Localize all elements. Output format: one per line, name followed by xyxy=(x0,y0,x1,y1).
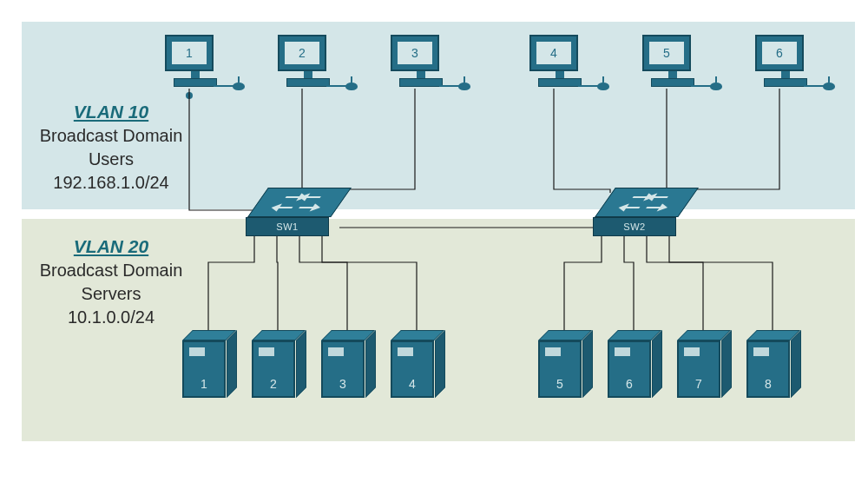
pc-number: 6 xyxy=(762,42,797,64)
monitor-icon: 1 xyxy=(165,35,214,71)
server-number: 7 xyxy=(679,377,719,391)
server-body-icon: 7 xyxy=(677,340,720,398)
vlan10-label-block: VLAN 10 Broadcast Domain Users 192.168.1… xyxy=(37,100,185,195)
server-body-icon: 4 xyxy=(391,340,434,398)
pc-number: 1 xyxy=(172,42,207,64)
server-number: 5 xyxy=(540,377,580,391)
server-body-icon: 2 xyxy=(252,340,295,398)
vlan10-line2: Users xyxy=(37,148,185,171)
server-8: 8 xyxy=(746,330,790,398)
vlan10-line1: Broadcast Domain xyxy=(37,124,185,148)
pc-1: 1 xyxy=(165,35,226,87)
server-5: 5 xyxy=(538,330,582,398)
vlan10-title: VLAN 10 xyxy=(37,100,185,124)
pc-2: 2 xyxy=(278,35,339,87)
mouse-icon xyxy=(823,83,835,90)
vlan20-title: VLAN 20 xyxy=(37,235,185,259)
server-2: 2 xyxy=(252,330,295,398)
server-body-icon: 5 xyxy=(538,340,582,398)
svg-marker-7 xyxy=(272,205,280,210)
switch-sw1: SW1 xyxy=(246,188,339,241)
server-body-icon: 6 xyxy=(608,340,651,398)
server-7: 7 xyxy=(677,330,720,398)
switch-top-icon xyxy=(595,188,699,217)
pc-6: 6 xyxy=(755,35,816,87)
pc-number: 4 xyxy=(536,42,571,64)
mouse-icon xyxy=(458,83,470,90)
server-body-icon: 3 xyxy=(321,340,365,398)
svg-marker-9 xyxy=(312,205,320,210)
pc-3: 3 xyxy=(391,35,451,87)
pc-number: 2 xyxy=(285,42,319,64)
vlan20-subnet: 10.1.0.0/24 xyxy=(37,306,185,329)
server-body-icon: 1 xyxy=(182,340,226,398)
server-6: 6 xyxy=(608,330,651,398)
switch-sw2: SW2 xyxy=(593,188,687,241)
switch-label: SW2 xyxy=(593,217,676,236)
pc-number: 5 xyxy=(649,42,684,64)
server-3: 3 xyxy=(321,330,365,398)
server-number: 6 xyxy=(609,377,649,391)
switch-top-icon xyxy=(247,188,352,217)
mouse-icon xyxy=(597,83,609,90)
vlan10-subnet: 192.168.1.0/24 xyxy=(37,171,185,195)
server-1: 1 xyxy=(182,330,226,398)
server-4: 4 xyxy=(391,330,434,398)
vlan20-line2: Servers xyxy=(37,282,185,306)
mouse-icon xyxy=(233,83,245,90)
server-body-icon: 8 xyxy=(746,340,790,398)
server-number: 1 xyxy=(184,377,224,391)
monitor-icon: 6 xyxy=(755,35,804,71)
mouse-icon xyxy=(710,83,722,90)
monitor-icon: 4 xyxy=(529,35,578,71)
server-number: 3 xyxy=(323,377,363,391)
pc-number: 3 xyxy=(398,42,432,64)
server-number: 8 xyxy=(748,377,788,391)
svg-marker-17 xyxy=(659,205,667,210)
server-number: 2 xyxy=(253,377,293,391)
pc-4: 4 xyxy=(529,35,590,87)
monitor-icon: 3 xyxy=(391,35,439,71)
svg-marker-15 xyxy=(619,205,628,210)
vlan20-line1: Broadcast Domain xyxy=(37,259,185,282)
monitor-icon: 2 xyxy=(278,35,326,71)
mouse-icon xyxy=(345,83,358,90)
vlan20-label-block: VLAN 20 Broadcast Domain Servers 10.1.0.… xyxy=(37,235,185,329)
monitor-icon: 5 xyxy=(642,35,691,71)
server-number: 4 xyxy=(392,377,432,391)
pc-5: 5 xyxy=(642,35,703,87)
switch-label: SW1 xyxy=(246,217,329,236)
